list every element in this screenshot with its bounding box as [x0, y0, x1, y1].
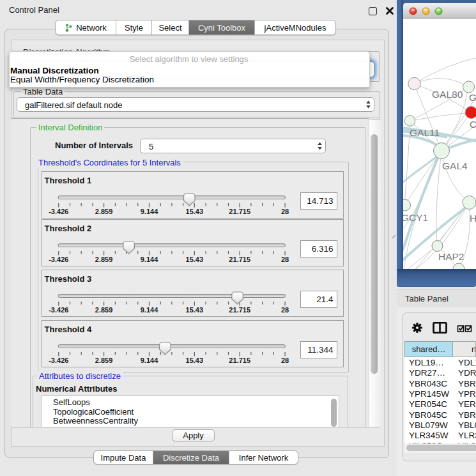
svg-text:21.715: 21.715: [229, 306, 250, 314]
svg-text:GAL4: GAL4: [442, 160, 468, 171]
svg-text:GCY1: GCY1: [403, 212, 428, 223]
svg-text:2.859: 2.859: [95, 208, 112, 215]
svg-text:9.144: 9.144: [140, 208, 158, 215]
svg-text:21.715: 21.715: [229, 208, 250, 215]
svg-text:21.715: 21.715: [229, 357, 250, 364]
svg-text:15.43: 15.43: [185, 256, 203, 263]
svg-text:2.859: 2.859: [95, 306, 112, 314]
svg-text:-3.426: -3.426: [49, 256, 68, 263]
svg-text:15.43: 15.43: [185, 306, 203, 314]
svg-text:-3.426: -3.426: [49, 306, 68, 314]
svg-text:-3.426: -3.426: [49, 208, 68, 215]
svg-text:GA: GA: [469, 92, 476, 103]
svg-text:15.43: 15.43: [185, 208, 203, 215]
svg-text:GAL11: GAL11: [410, 127, 440, 138]
svg-text:2.859: 2.859: [95, 357, 112, 364]
svg-text:28: 28: [280, 306, 288, 314]
svg-text:GAL80: GAL80: [432, 89, 463, 100]
svg-text:2.859: 2.859: [95, 256, 112, 263]
svg-text:HAP2: HAP2: [438, 251, 464, 262]
svg-text:9.144: 9.144: [140, 357, 158, 364]
svg-text:9.144: 9.144: [140, 256, 158, 263]
svg-text:28: 28: [280, 256, 288, 263]
svg-text:C: C: [470, 119, 476, 130]
svg-text:21.715: 21.715: [229, 256, 250, 263]
svg-text:-3.426: -3.426: [49, 357, 68, 364]
svg-text:H: H: [470, 213, 476, 224]
svg-text:28: 28: [280, 208, 288, 215]
svg-text:15.43: 15.43: [185, 357, 203, 364]
svg-text:9.144: 9.144: [140, 306, 158, 314]
svg-text:28: 28: [280, 357, 288, 364]
